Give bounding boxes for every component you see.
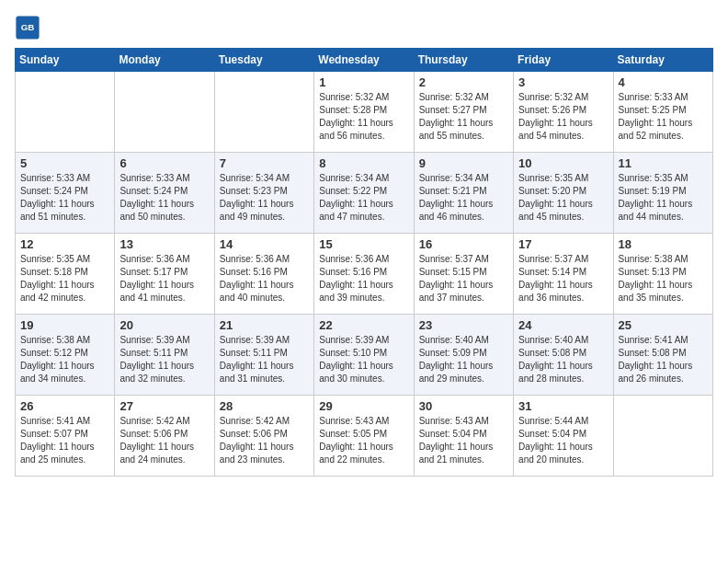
calendar-cell: 30Sunrise: 5:43 AMSunset: 5:04 PMDayligh…: [414, 396, 513, 477]
weekday-header-sunday: Sunday: [16, 49, 115, 72]
calendar-cell: 3Sunrise: 5:32 AMSunset: 5:26 PMDaylight…: [514, 72, 613, 153]
day-number: 28: [220, 399, 309, 413]
calendar-cell: [214, 72, 313, 153]
day-number: 20: [119, 318, 209, 332]
calendar-cell: 12Sunrise: 5:35 AMSunset: 5:18 PMDayligh…: [16, 234, 115, 315]
calendar-cell: [613, 396, 712, 477]
calendar-cell: 5Sunrise: 5:33 AMSunset: 5:24 PMDaylight…: [16, 153, 115, 234]
calendar-cell: 18Sunrise: 5:38 AMSunset: 5:13 PMDayligh…: [613, 234, 712, 315]
calendar-cell: 17Sunrise: 5:37 AMSunset: 5:14 PMDayligh…: [514, 234, 613, 315]
day-number: 19: [20, 318, 109, 332]
calendar-cell: 16Sunrise: 5:37 AMSunset: 5:15 PMDayligh…: [414, 234, 513, 315]
logo-icon: GB: [15, 15, 40, 40]
calendar-cell: 27Sunrise: 5:42 AMSunset: 5:06 PMDayligh…: [115, 396, 214, 477]
day-info: Sunrise: 5:38 AMSunset: 5:12 PMDaylight:…: [20, 334, 109, 385]
day-number: 2: [419, 75, 508, 89]
day-number: 23: [419, 318, 508, 332]
day-info: Sunrise: 5:44 AMSunset: 5:04 PMDaylight:…: [518, 415, 608, 466]
day-info: Sunrise: 5:32 AMSunset: 5:26 PMDaylight:…: [518, 91, 608, 143]
calendar-table: SundayMondayTuesdayWednesdayThursdayFrid…: [15, 48, 713, 477]
day-number: 3: [518, 75, 608, 89]
day-info: Sunrise: 5:36 AMSunset: 5:16 PMDaylight:…: [220, 253, 309, 304]
calendar-cell: 29Sunrise: 5:43 AMSunset: 5:05 PMDayligh…: [314, 396, 414, 477]
calendar-cell: 23Sunrise: 5:40 AMSunset: 5:09 PMDayligh…: [414, 315, 513, 396]
day-info: Sunrise: 5:32 AMSunset: 5:28 PMDaylight:…: [319, 91, 408, 143]
calendar-cell: 11Sunrise: 5:35 AMSunset: 5:19 PMDayligh…: [613, 153, 712, 234]
day-info: Sunrise: 5:35 AMSunset: 5:20 PMDaylight:…: [518, 172, 608, 224]
calendar-cell: 25Sunrise: 5:41 AMSunset: 5:08 PMDayligh…: [613, 315, 712, 396]
svg-text:GB: GB: [21, 22, 35, 32]
weekday-header-wednesday: Wednesday: [314, 49, 414, 72]
calendar-cell: 8Sunrise: 5:34 AMSunset: 5:22 PMDaylight…: [314, 153, 414, 234]
calendar-cell: [16, 72, 115, 153]
calendar-cell: 1Sunrise: 5:32 AMSunset: 5:28 PMDaylight…: [314, 72, 414, 153]
day-number: 24: [518, 318, 608, 332]
day-info: Sunrise: 5:34 AMSunset: 5:22 PMDaylight:…: [319, 172, 408, 224]
day-number: 30: [419, 399, 508, 413]
day-info: Sunrise: 5:36 AMSunset: 5:16 PMDaylight:…: [319, 253, 408, 304]
day-info: Sunrise: 5:32 AMSunset: 5:27 PMDaylight:…: [419, 91, 508, 143]
day-info: Sunrise: 5:34 AMSunset: 5:21 PMDaylight:…: [419, 172, 508, 224]
day-number: 27: [119, 399, 209, 413]
day-info: Sunrise: 5:40 AMSunset: 5:09 PMDaylight:…: [419, 334, 508, 385]
day-info: Sunrise: 5:42 AMSunset: 5:06 PMDaylight:…: [119, 415, 209, 466]
day-info: Sunrise: 5:37 AMSunset: 5:14 PMDaylight:…: [518, 253, 608, 304]
calendar-cell: 26Sunrise: 5:41 AMSunset: 5:07 PMDayligh…: [16, 396, 115, 477]
day-info: Sunrise: 5:42 AMSunset: 5:06 PMDaylight:…: [220, 415, 309, 466]
day-number: 26: [20, 399, 109, 413]
day-number: 12: [20, 237, 109, 251]
calendar-cell: 19Sunrise: 5:38 AMSunset: 5:12 PMDayligh…: [16, 315, 115, 396]
day-info: Sunrise: 5:35 AMSunset: 5:19 PMDaylight:…: [619, 172, 708, 224]
day-number: 18: [619, 237, 708, 251]
day-info: Sunrise: 5:33 AMSunset: 5:24 PMDaylight:…: [119, 172, 209, 224]
day-number: 11: [619, 156, 708, 170]
day-number: 10: [518, 156, 608, 170]
day-number: 29: [319, 399, 408, 413]
day-number: 15: [319, 237, 408, 251]
day-number: 1: [319, 75, 408, 89]
day-number: 16: [419, 237, 508, 251]
day-number: 8: [319, 156, 408, 170]
day-info: Sunrise: 5:40 AMSunset: 5:08 PMDaylight:…: [518, 334, 608, 385]
day-info: Sunrise: 5:37 AMSunset: 5:15 PMDaylight:…: [419, 253, 508, 304]
day-number: 13: [119, 237, 209, 251]
logo: GB: [15, 15, 44, 40]
day-info: Sunrise: 5:41 AMSunset: 5:07 PMDaylight:…: [20, 415, 109, 466]
weekday-header-row: SundayMondayTuesdayWednesdayThursdayFrid…: [16, 49, 713, 72]
day-number: 6: [119, 156, 209, 170]
calendar-cell: 9Sunrise: 5:34 AMSunset: 5:21 PMDaylight…: [414, 153, 513, 234]
calendar-cell: 20Sunrise: 5:39 AMSunset: 5:11 PMDayligh…: [115, 315, 214, 396]
calendar-week-row: 12Sunrise: 5:35 AMSunset: 5:18 PMDayligh…: [16, 234, 713, 315]
weekday-header-thursday: Thursday: [414, 49, 513, 72]
weekday-header-friday: Friday: [514, 49, 613, 72]
day-info: Sunrise: 5:41 AMSunset: 5:08 PMDaylight:…: [619, 334, 708, 385]
calendar-cell: 13Sunrise: 5:36 AMSunset: 5:17 PMDayligh…: [115, 234, 214, 315]
day-number: 7: [220, 156, 309, 170]
day-number: 5: [20, 156, 109, 170]
day-info: Sunrise: 5:34 AMSunset: 5:23 PMDaylight:…: [220, 172, 309, 224]
calendar-cell: 14Sunrise: 5:36 AMSunset: 5:16 PMDayligh…: [214, 234, 313, 315]
calendar-cell: 6Sunrise: 5:33 AMSunset: 5:24 PMDaylight…: [115, 153, 214, 234]
day-number: 21: [220, 318, 309, 332]
day-number: 9: [419, 156, 508, 170]
calendar-cell: [115, 72, 214, 153]
calendar-cell: 4Sunrise: 5:33 AMSunset: 5:25 PMDaylight…: [613, 72, 712, 153]
day-info: Sunrise: 5:33 AMSunset: 5:25 PMDaylight:…: [619, 91, 708, 143]
calendar-week-row: 26Sunrise: 5:41 AMSunset: 5:07 PMDayligh…: [16, 396, 713, 477]
calendar-cell: 2Sunrise: 5:32 AMSunset: 5:27 PMDaylight…: [414, 72, 513, 153]
day-info: Sunrise: 5:43 AMSunset: 5:04 PMDaylight:…: [419, 415, 508, 466]
calendar-cell: 24Sunrise: 5:40 AMSunset: 5:08 PMDayligh…: [514, 315, 613, 396]
day-number: 31: [518, 399, 608, 413]
day-number: 4: [619, 75, 708, 89]
day-info: Sunrise: 5:35 AMSunset: 5:18 PMDaylight:…: [20, 253, 109, 304]
calendar-cell: 21Sunrise: 5:39 AMSunset: 5:11 PMDayligh…: [214, 315, 313, 396]
day-info: Sunrise: 5:43 AMSunset: 5:05 PMDaylight:…: [319, 415, 408, 466]
calendar-cell: 22Sunrise: 5:39 AMSunset: 5:10 PMDayligh…: [314, 315, 414, 396]
weekday-header-monday: Monday: [115, 49, 214, 72]
weekday-header-saturday: Saturday: [613, 49, 712, 72]
calendar-cell: 15Sunrise: 5:36 AMSunset: 5:16 PMDayligh…: [314, 234, 414, 315]
page-header: GB: [15, 15, 713, 40]
calendar-cell: 7Sunrise: 5:34 AMSunset: 5:23 PMDaylight…: [214, 153, 313, 234]
calendar-cell: 28Sunrise: 5:42 AMSunset: 5:06 PMDayligh…: [214, 396, 313, 477]
day-info: Sunrise: 5:39 AMSunset: 5:11 PMDaylight:…: [119, 334, 209, 385]
